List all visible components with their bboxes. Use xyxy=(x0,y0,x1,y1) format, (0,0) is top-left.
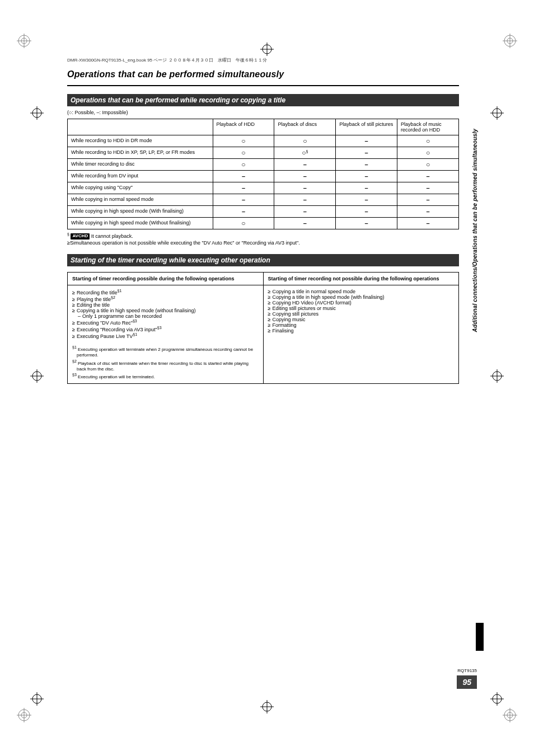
row-label: While copying in high speed mode (Withou… xyxy=(68,218,213,229)
table-cell: – xyxy=(213,171,274,182)
right-col-cell: Copying a title in normal speed modeCopy… xyxy=(263,285,459,384)
row-label: While recording to HDD in XP, SP, LP, EP… xyxy=(68,147,213,159)
table-cell: – xyxy=(336,135,397,147)
right-col-header: Starting of timer recording not possible… xyxy=(263,273,459,285)
registration-mark-icon xyxy=(490,369,504,383)
crop-mark-icon xyxy=(17,34,31,48)
list-item: Editing still pictures or music xyxy=(268,306,455,311)
list-item: Copying a title in normal speed mode xyxy=(268,289,455,294)
timer-recording-table: Starting of timer recording possible dur… xyxy=(67,272,459,384)
table-row: While copying in normal speed mode–––– xyxy=(68,194,459,206)
table-cell: ○ xyxy=(213,218,274,229)
col-header-hdd: Playback of HDD xyxy=(213,119,274,135)
table-cell: – xyxy=(274,194,336,206)
table-cell: – xyxy=(397,218,459,229)
list-item: Executing "Recording via AV3 input"§3 xyxy=(72,326,259,332)
list-item: Copying a title in high speed mode (with… xyxy=(268,294,455,300)
table-cell: ○ xyxy=(397,135,459,147)
table-cell: – xyxy=(397,206,459,218)
table-cell: ○ xyxy=(397,159,459,171)
table-cell: – xyxy=(336,194,397,206)
table-row: While copying in high speed mode (With f… xyxy=(68,206,459,218)
list-item: Copying HD Video (AVCHD format) xyxy=(268,300,455,306)
list-item: Copying music xyxy=(268,317,455,322)
registration-mark-icon xyxy=(490,106,504,120)
table-row: While copying in high speed mode (Withou… xyxy=(68,218,459,229)
title-rule xyxy=(67,85,459,86)
table-cell: – xyxy=(274,218,336,229)
list-item: Finalising xyxy=(268,328,455,334)
table-header-row: Playback of HDD Playback of discs Playba… xyxy=(68,119,459,135)
table-cell: – xyxy=(336,171,397,182)
section-header-1: Operations that can be performed while r… xyxy=(67,94,459,106)
col-header-discs: Playback of discs xyxy=(274,119,336,135)
footnote-sym: § xyxy=(67,232,69,236)
page-title: Operations that can be performed simulta… xyxy=(67,69,459,79)
row-label: While copying in normal speed mode xyxy=(68,194,213,206)
print-header-line: DMR-XW300GN-RQT9135-L_eng.book 95 ページ ２０… xyxy=(67,57,267,63)
row-label: While timer recording to disc xyxy=(68,159,213,171)
legend-text: (○: Possible, –: Impossible) xyxy=(67,110,459,115)
table-cell: – xyxy=(336,206,397,218)
crop-mark-icon xyxy=(503,708,517,722)
list-item: Copying still pictures xyxy=(268,311,455,317)
document-code: RQT9135 xyxy=(457,668,477,673)
list-item: Editing the title xyxy=(72,302,259,308)
footnote-line: §1 Executing operation will terminate wh… xyxy=(72,345,259,358)
registration-mark-icon xyxy=(30,106,44,120)
footnote-line: §3 Executing operation will be terminate… xyxy=(72,372,259,380)
table-cell: – xyxy=(274,182,336,194)
table-cell: – xyxy=(397,182,459,194)
list-item: Recording the title§1 xyxy=(72,289,259,295)
table-row: While recording from DV input–––– xyxy=(68,171,459,182)
footnote-line: §2 Playback of disc will terminate when … xyxy=(72,359,259,372)
list-item: Only 1 programme can be recorded xyxy=(72,313,259,319)
list-item: Formatting xyxy=(268,322,455,328)
table-cell: – xyxy=(213,206,274,218)
table-cell: ○ xyxy=(213,135,274,147)
table-cell: – xyxy=(213,182,274,194)
list-item: Copying a title in high speed mode (with… xyxy=(72,308,259,313)
left-col-cell: Recording the title§1Playing the title§2… xyxy=(68,285,264,384)
col-header-music: Playback of music recorded on HDD xyxy=(397,119,459,135)
section-index-tab xyxy=(476,623,484,651)
col-header-blank xyxy=(68,119,213,135)
side-vertical-title: Additional connections/Operations that c… xyxy=(472,129,478,332)
table-row: While timer recording to disc○––○ xyxy=(68,159,459,171)
registration-mark-icon xyxy=(260,43,274,56)
page-number-block: RQT9135 95 xyxy=(457,668,477,689)
table-cell: ○ xyxy=(274,135,336,147)
table-cell: ○ xyxy=(397,147,459,159)
table-row: While copying using "Copy"–––– xyxy=(68,182,459,194)
avchd-chip: AVCHD xyxy=(71,233,90,240)
row-label: While recording to HDD in DR mode xyxy=(68,135,213,147)
page-number: 95 xyxy=(457,675,477,689)
table-cell: ○ xyxy=(213,147,274,159)
section-header-2: Starting of the timer recording while ex… xyxy=(67,254,459,266)
table-cell: – xyxy=(274,206,336,218)
left-col-header: Starting of timer recording possible dur… xyxy=(68,273,264,285)
footnote-1-text: It cannot playback. xyxy=(91,233,133,239)
table-cell: – xyxy=(213,194,274,206)
table-cell: – xyxy=(336,218,397,229)
list-item: Executing Pause Live TV§1 xyxy=(72,332,259,339)
operations-table: Playback of HDD Playback of discs Playba… xyxy=(67,119,459,229)
table-cell: – xyxy=(397,171,459,182)
table-cell: – xyxy=(336,147,397,159)
row-label: While recording from DV input xyxy=(68,171,213,182)
registration-mark-icon xyxy=(260,700,274,713)
table-cell: – xyxy=(274,159,336,171)
table-cell: ○§ xyxy=(274,147,336,159)
list-item: Playing the title§2 xyxy=(72,295,259,302)
table-row: While recording to HDD in XP, SP, LP, EP… xyxy=(68,147,459,159)
page-content: Operations that can be performed simulta… xyxy=(67,67,459,384)
table-cell: ○ xyxy=(213,159,274,171)
registration-mark-icon xyxy=(30,369,44,383)
crop-mark-icon xyxy=(17,708,31,722)
row-label: While copying using "Copy" xyxy=(68,182,213,194)
footnote-2-text: Simultaneous operation is not possible w… xyxy=(70,240,300,246)
table-footnotes: § AVCHD It cannot playback. ≥Simultaneou… xyxy=(67,232,459,246)
table-cell: – xyxy=(336,182,397,194)
list-item: Executing "DV Auto Rec"§3 xyxy=(72,319,259,326)
registration-mark-icon xyxy=(30,692,44,706)
